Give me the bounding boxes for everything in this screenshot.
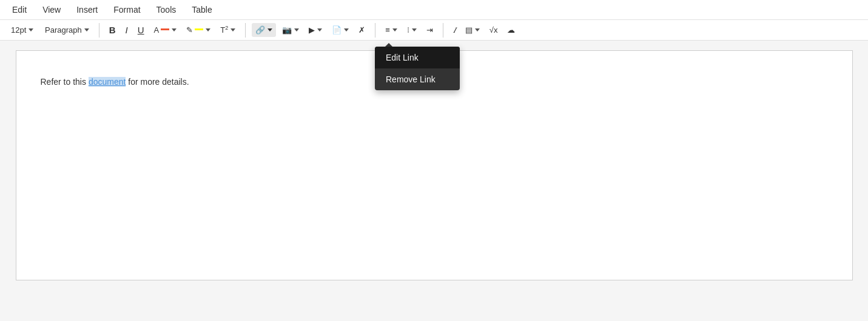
underline-button[interactable]: U <box>134 22 148 38</box>
highlight-swatch <box>195 28 203 30</box>
image-button[interactable]: 📷 <box>278 23 303 37</box>
menu-table[interactable]: Table <box>189 4 214 16</box>
document-button[interactable]: 📄 <box>328 23 352 37</box>
app-container: Edit View Insert Format Tools Table 12pt… <box>0 0 868 321</box>
cloud-button[interactable]: ☁ <box>503 23 519 37</box>
link-icon: 🔗 <box>255 25 265 35</box>
document-icon: 📄 <box>332 25 341 35</box>
italic-icon: I <box>126 25 128 35</box>
font-color-swatch <box>161 28 169 30</box>
video-button[interactable]: ▶ <box>305 23 326 37</box>
table-icon: ▤ <box>465 25 473 35</box>
text-before: Refer to this <box>41 77 89 87</box>
alignment-button[interactable]: ≡ <box>382 23 401 37</box>
font-color-icon: A <box>154 25 160 35</box>
video-icon: ▶ <box>309 25 315 35</box>
paragraph-style-chevron-icon <box>84 28 89 31</box>
font-color-button[interactable]: A <box>150 23 181 37</box>
highlight-icon: ✎ <box>186 25 193 35</box>
font-color-chevron-icon <box>172 28 177 31</box>
menu-view[interactable]: View <box>40 4 63 16</box>
table-button[interactable]: ▤ <box>462 23 483 37</box>
math-icon: √x <box>490 25 498 35</box>
alignment-chevron-icon <box>392 28 397 31</box>
menu-tools[interactable]: Tools <box>154 4 179 16</box>
alignment-icon: ≡ <box>385 25 390 35</box>
superscript-icon: T2 <box>220 25 228 35</box>
italic-button[interactable]: I <box>122 22 132 38</box>
list-button[interactable]: ⁝ <box>403 23 420 37</box>
separator-4 <box>443 23 443 38</box>
italic-format-icon: 𝐼 <box>453 25 456 35</box>
link-word[interactable]: document <box>89 77 126 87</box>
highlight-button[interactable]: ✎ <box>183 23 214 37</box>
indent-icon: ⇥ <box>426 25 433 35</box>
font-size-value: 12pt <box>11 25 26 35</box>
font-size-chevron-icon <box>29 28 33 31</box>
menu-edit[interactable]: Edit <box>10 4 29 16</box>
remove-link-item[interactable]: Remove Link <box>375 68 460 90</box>
bold-icon: B <box>109 25 116 35</box>
menu-format[interactable]: Format <box>111 4 143 16</box>
superscript-chevron-icon <box>230 28 235 31</box>
indent-button[interactable]: ⇥ <box>423 23 437 37</box>
highlight-chevron-icon <box>206 28 210 31</box>
image-icon: 📷 <box>282 25 292 35</box>
separator-1 <box>99 23 99 38</box>
menu-insert[interactable]: Insert <box>74 4 100 16</box>
video-chevron-icon <box>317 28 322 31</box>
superscript-button[interactable]: T2 <box>217 22 239 37</box>
list-icon: ⁝ <box>407 25 409 35</box>
link-chevron-icon <box>267 28 272 31</box>
clear-format-button[interactable]: ✗ <box>355 23 369 37</box>
italic-format-button[interactable]: 𝐼 <box>449 23 459 38</box>
separator-2 <box>245 23 246 38</box>
underline-icon: U <box>138 25 144 35</box>
edit-link-item[interactable]: Edit Link <box>375 47 460 68</box>
bold-button[interactable]: B <box>106 22 119 38</box>
cloud-icon: ☁ <box>507 25 515 35</box>
link-button[interactable]: 🔗 <box>252 23 276 37</box>
menu-bar: Edit View Insert Format Tools Table <box>0 0 868 20</box>
image-chevron-icon <box>294 28 299 31</box>
document-chevron-icon <box>344 28 349 31</box>
font-size-button[interactable]: 12pt <box>7 23 39 37</box>
table-chevron-icon <box>475 28 480 31</box>
text-after: for more details. <box>126 77 189 87</box>
dropdown-caret-indicator <box>385 43 392 47</box>
list-chevron-icon <box>412 28 417 31</box>
toolbar: 12pt Paragraph B I U A ✎ <box>0 20 868 41</box>
paragraph-style-button[interactable]: Paragraph <box>41 23 93 37</box>
math-button[interactable]: √x <box>486 23 502 37</box>
link-dropdown-menu: Edit Link Remove Link <box>375 47 460 90</box>
separator-3 <box>375 23 375 38</box>
clear-format-icon: ✗ <box>358 25 365 35</box>
paragraph-style-value: Paragraph <box>45 25 82 35</box>
